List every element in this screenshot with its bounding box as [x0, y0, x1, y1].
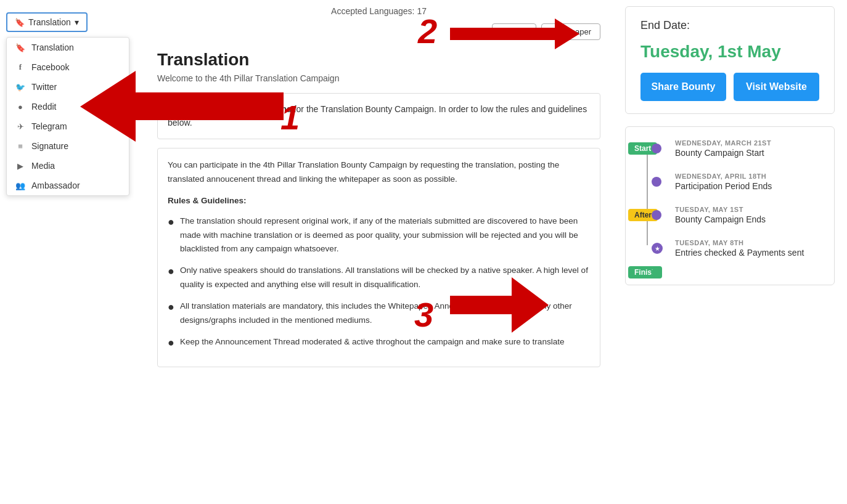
dropdown-item-media[interactable]: ▶ Media — [7, 156, 129, 176]
token-info-box: a total of 630 000 FOUR tokens for the T… — [157, 93, 600, 139]
twitter-menu-icon: 🐦 — [15, 83, 25, 92]
end-date-section: End Date: Tuesday, 1st May Share Bounty … — [625, 6, 835, 114]
dropdown-item-ambassador[interactable]: 👥 Ambassador — [7, 176, 129, 195]
timeline-label-participation: Participation Period Ends — [675, 181, 822, 191]
dropdown-item-label-telegram: Telegram — [31, 121, 67, 131]
translation-icon: 🔖 — [15, 18, 25, 27]
ends-node — [652, 210, 661, 220]
rule-item-2: ● Only native speakers should do transla… — [168, 264, 590, 292]
end-date-label: End Date: — [640, 19, 690, 32]
dropdown-item-label-ambassador: Ambassador — [31, 181, 80, 190]
accepted-languages: Accepted Languages: 17 — [157, 6, 600, 16]
dropdown-item-label-facebook: Facebook — [31, 62, 69, 72]
timeline-label-entries: Entries checked & Payments sent — [675, 248, 822, 258]
rule-text-1: The translation should represent origina… — [180, 214, 590, 257]
timeline-line — [647, 152, 648, 245]
action-buttons: Share Bounty Visit Website — [640, 73, 819, 101]
rule-text-4: Keep the Announcement Thread moderated &… — [180, 335, 564, 349]
dropdown-trigger-label: Translation — [28, 17, 71, 27]
dropdown-item-label-media: Media — [31, 161, 55, 171]
dropdown-item-facebook[interactable]: f Facebook — [7, 57, 129, 77]
reddit-menu-icon: ● — [15, 102, 25, 112]
main-content: Accepted Languages: 17 Thread Whitepaper… — [145, 0, 613, 504]
dropdown-item-telegram[interactable]: ✈ Telegram — [7, 116, 129, 136]
left-panel: 🔖 Translation ▾ 🔖 Translation f Facebook… — [0, 0, 145, 504]
facebook-menu-icon: f — [15, 62, 25, 72]
timeline-item-entries: ★ TUESDAY, MAY 8TH Entries checked & Pay… — [657, 239, 822, 258]
signature-menu-icon: ≡ — [15, 142, 25, 151]
dropdown-trigger[interactable]: 🔖 Translation ▾ — [6, 12, 88, 32]
dropdown-item-twitter[interactable]: 🐦 Twitter — [7, 77, 129, 97]
rule-text-2: Only native speakers should do translati… — [180, 264, 590, 292]
bullet-dot-4: ● — [168, 337, 175, 349]
accepted-languages-label: Accepted Languages: 17 — [331, 6, 427, 16]
whitepaper-button[interactable]: Whitepaper — [541, 23, 600, 40]
content-buttons: Thread Whitepaper — [157, 23, 600, 40]
translation-menu-icon: 🔖 — [15, 43, 25, 52]
share-bounty-button[interactable]: Share Bounty — [640, 73, 726, 101]
timeline-label-start: Bounty Campaign Start — [675, 148, 822, 158]
dropdown-item-label-translation: Translation — [31, 43, 74, 52]
timeline-date-start: WEDNESDAY, MARCH 21ST — [675, 139, 822, 147]
timeline-item-ends: After TUESDAY, MAY 1ST Bounty Campaign E… — [657, 206, 822, 224]
timeline-label-ends: Bounty Campaign Ends — [675, 214, 822, 224]
campaign-subtitle: Welcome to the 4th Pillar Translation Ca… — [157, 73, 600, 83]
dropdown-item-signature[interactable]: ≡ Signature — [7, 136, 129, 156]
bullet-dot-3: ● — [168, 301, 175, 328]
finish-node — [652, 267, 661, 277]
dropdown-item-reddit[interactable]: ● Reddit — [7, 97, 129, 116]
end-date-header: End Date: Tuesday, 1st May — [640, 19, 819, 63]
rule-item-3: ● All translation materials are mandator… — [168, 299, 590, 328]
timeline-section: Start WEDNESDAY, MARCH 21ST Bounty Campa… — [625, 126, 835, 285]
dropdown-menu: 🔖 Translation f Facebook 🐦 Twitter ● Red… — [6, 37, 129, 196]
right-panel: End Date: Tuesday, 1st May Share Bounty … — [613, 0, 847, 504]
dropdown-item-label-reddit: Reddit — [31, 102, 56, 112]
rules-heading: Rules & Guidelines: — [168, 194, 590, 208]
thread-button[interactable]: Thread — [492, 23, 536, 40]
timeline-date-entries: TUESDAY, MAY 8TH — [675, 239, 822, 246]
token-info-text: a total of 630 000 FOUR tokens for the T… — [168, 104, 587, 128]
visit-website-button[interactable]: Visit Website — [734, 73, 819, 101]
bullet-dot-1: ● — [168, 216, 175, 257]
timeline-item-participation: WEDNESDAY, APRIL 18TH Participation Peri… — [657, 173, 822, 191]
dropdown-item-translation[interactable]: 🔖 Translation — [7, 38, 129, 57]
token-amount: 630 000 FOUR tokens — [203, 104, 292, 114]
timeline-date-participation: WEDNESDAY, APRIL 18TH — [675, 173, 822, 180]
timeline-item-start: Start WEDNESDAY, MARCH 21ST Bounty Campa… — [657, 139, 822, 158]
bullet-dot-2: ● — [168, 266, 175, 292]
body-content: You can participate in the 4th Pillar Tr… — [157, 148, 600, 367]
start-node — [652, 144, 661, 153]
entries-node: ★ — [652, 243, 663, 254]
end-date-value: Tuesday, 1st May — [640, 41, 781, 63]
timeline-date-ends: TUESDAY, MAY 1ST — [675, 206, 822, 213]
media-menu-icon: ▶ — [15, 161, 25, 171]
participation-text: You can participate in the 4th Pillar Tr… — [168, 158, 590, 187]
rule-text-3: All translation materials are mandatory,… — [180, 299, 590, 328]
campaign-title: Translation — [157, 50, 600, 70]
rule-item-1: ● The translation should represent origi… — [168, 214, 590, 257]
chevron-down-icon: ▾ — [75, 17, 79, 27]
dropdown-item-label-twitter: Twitter — [31, 82, 57, 92]
telegram-menu-icon: ✈ — [15, 122, 25, 131]
rule-item-4: ● Keep the Announcement Thread moderated… — [168, 335, 590, 349]
participation-node — [652, 177, 661, 187]
timeline: Start WEDNESDAY, MARCH 21ST Bounty Campa… — [638, 139, 822, 258]
dropdown-item-label-signature: Signature — [31, 141, 68, 151]
ambassador-menu-icon: 👥 — [15, 181, 25, 190]
